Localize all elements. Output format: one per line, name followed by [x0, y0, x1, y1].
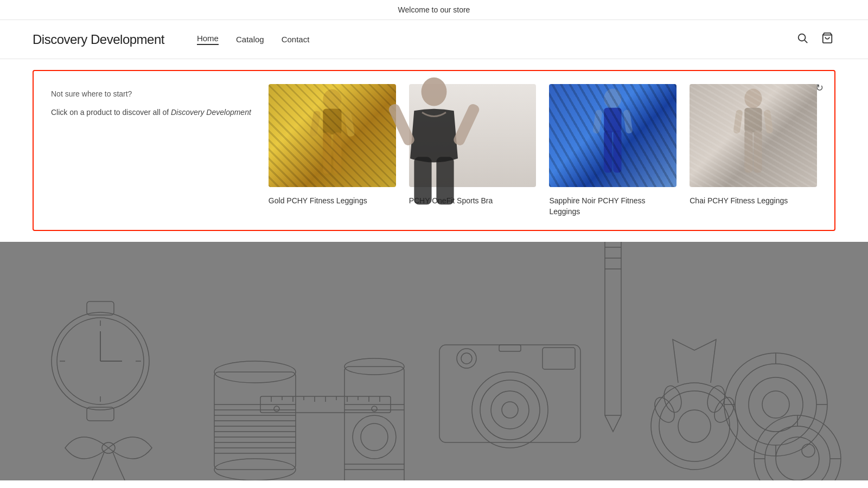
- svg-point-93: [678, 410, 711, 442]
- products-grid: Gold PCHY Fitness Leggings: [269, 84, 817, 217]
- svg-rect-24: [733, 110, 743, 134]
- main-nav: Home Catalog Contact: [197, 34, 794, 45]
- cart-button[interactable]: [819, 30, 835, 49]
- product-figure-2: [409, 84, 537, 187]
- product-image-2: [409, 84, 537, 187]
- product-image-3: [549, 84, 676, 187]
- svg-rect-13: [436, 157, 454, 187]
- svg-point-77: [361, 423, 388, 451]
- svg-rect-22: [744, 131, 752, 173]
- product-figure-4: [690, 84, 817, 187]
- svg-point-129: [765, 426, 830, 480]
- header-icons: [794, 30, 835, 49]
- svg-rect-25: [763, 110, 773, 134]
- svg-point-71: [461, 353, 472, 364]
- svg-point-88: [659, 391, 730, 461]
- svg-point-95: [735, 364, 816, 445]
- svg-line-1: [805, 40, 807, 43]
- search-button[interactable]: [794, 30, 810, 49]
- svg-point-131: [802, 444, 815, 457]
- svg-point-97: [762, 391, 789, 418]
- svg-point-94: [724, 353, 827, 456]
- svg-point-62: [274, 406, 279, 412]
- svg-point-67: [491, 391, 529, 429]
- svg-point-76: [353, 415, 396, 459]
- svg-rect-23: [754, 131, 762, 173]
- showcase-inner: Not sure where to start? Click on a prod…: [51, 84, 817, 217]
- svg-rect-16: [604, 131, 612, 173]
- svg-point-63: [372, 406, 377, 412]
- svg-point-0: [799, 34, 806, 41]
- background-section: [0, 242, 868, 480]
- svg-rect-15: [604, 108, 622, 133]
- product-card-2[interactable]: PCHY OneFit Sports Bra: [409, 84, 537, 217]
- svg-rect-19: [623, 110, 633, 134]
- showcase-section: ↻ Not sure where to start? Click on a pr…: [33, 70, 835, 231]
- svg-point-68: [502, 402, 518, 418]
- main-content: ↻ Not sure where to start? Click on a pr…: [0, 70, 868, 480]
- svg-point-20: [744, 89, 762, 108]
- svg-point-65: [472, 372, 548, 448]
- svg-point-66: [480, 380, 540, 440]
- svg-point-9: [422, 84, 447, 106]
- nav-home[interactable]: Home: [197, 34, 219, 45]
- announcement-text: Welcome to our store: [398, 5, 470, 14]
- background-drawing: [0, 242, 868, 480]
- svg-rect-12: [414, 157, 431, 187]
- svg-point-130: [776, 437, 819, 480]
- svg-point-96: [749, 377, 803, 432]
- svg-rect-11: [452, 102, 481, 147]
- product-figure-3: [549, 84, 676, 187]
- nav-catalog[interactable]: Catalog: [236, 35, 264, 44]
- svg-rect-64: [439, 345, 580, 442]
- svg-point-70: [457, 349, 476, 368]
- svg-rect-69: [542, 348, 575, 369]
- cart-icon: [821, 32, 833, 44]
- svg-rect-17: [614, 131, 622, 173]
- svg-rect-72: [499, 345, 521, 351]
- svg-rect-21: [744, 108, 762, 133]
- product-image-4: [690, 84, 817, 187]
- svg-rect-18: [593, 110, 603, 134]
- svg-point-14: [604, 89, 622, 108]
- brand-logo[interactable]: Discovery Development: [33, 32, 164, 47]
- search-icon: [796, 32, 808, 44]
- nav-contact[interactable]: Contact: [282, 35, 310, 44]
- header: Discovery Development Home Catalog Conta…: [0, 20, 868, 59]
- announcement-bar: Welcome to our store: [0, 0, 868, 20]
